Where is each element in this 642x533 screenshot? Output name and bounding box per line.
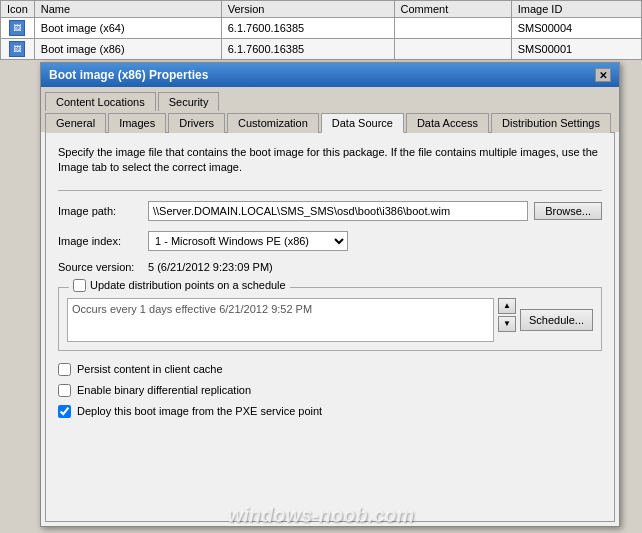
- tab-row-bottom: General Images Drivers Customization Dat…: [45, 112, 615, 132]
- tab-customization[interactable]: Customization: [227, 113, 319, 133]
- pxe-deploy-label: Deploy this boot image from the PXE serv…: [77, 405, 322, 417]
- row-imageid: SMS00001: [511, 39, 641, 60]
- col-name: Name: [34, 1, 221, 18]
- persist-cache-label: Persist content in client cache: [77, 363, 223, 375]
- row-comment: [394, 18, 511, 39]
- tab-data-source[interactable]: Data Source: [321, 113, 404, 133]
- row-imageid: SMS00004: [511, 18, 641, 39]
- persist-cache-row: Persist content in client cache: [58, 363, 602, 376]
- row-icon: 🖼: [1, 18, 35, 39]
- schedule-legend: Update distribution points on a schedule: [69, 279, 290, 292]
- background-file-list: Icon Name Version Comment Image ID 🖼 Boo…: [0, 0, 642, 60]
- pxe-deploy-row: Deploy this boot image from the PXE serv…: [58, 405, 602, 418]
- dialog-content: Specify the image file that contains the…: [45, 132, 615, 522]
- tab-content-locations[interactable]: Content Locations: [45, 92, 156, 111]
- col-imageid: Image ID: [511, 1, 641, 18]
- table-row[interactable]: 🖼 Boot image (x64) 6.1.7600.16385 SMS000…: [1, 18, 642, 39]
- persist-cache-checkbox[interactable]: [58, 363, 71, 376]
- image-index-label: Image index:: [58, 235, 148, 247]
- col-comment: Comment: [394, 1, 511, 18]
- source-version-value: 5 (6/21/2012 9:23:09 PM): [148, 261, 602, 273]
- tabs-row-1: Content Locations Security General Image…: [41, 87, 619, 132]
- dialog-title: Boot image (x86) Properties: [49, 68, 208, 82]
- binary-diff-label: Enable binary differential replication: [77, 384, 251, 396]
- table-row[interactable]: 🖼 Boot image (x86) 6.1.7600.16385 SMS000…: [1, 39, 642, 60]
- close-button[interactable]: ✕: [595, 68, 611, 82]
- divider: [58, 190, 602, 191]
- tab-row-top: Content Locations Security: [45, 91, 615, 110]
- row-name: Boot image (x86): [34, 39, 221, 60]
- scroll-up-button[interactable]: ▲: [498, 298, 516, 314]
- tab-images[interactable]: Images: [108, 113, 166, 133]
- tab-data-access[interactable]: Data Access: [406, 113, 489, 133]
- row-version: 6.1.7600.16385: [221, 39, 394, 60]
- properties-dialog: Boot image (x86) Properties ✕ Content Lo…: [40, 62, 620, 527]
- image-path-row: Image path: Browse...: [58, 201, 602, 221]
- col-version: Version: [221, 1, 394, 18]
- col-icon: Icon: [1, 1, 35, 18]
- tab-distribution-settings[interactable]: Distribution Settings: [491, 113, 611, 133]
- tab-security[interactable]: Security: [158, 92, 220, 111]
- tab-general[interactable]: General: [45, 113, 106, 133]
- schedule-button[interactable]: Schedule...: [520, 309, 593, 331]
- row-version: 6.1.7600.16385: [221, 18, 394, 39]
- schedule-content: Occurs every 1 days effective 6/21/2012 …: [67, 298, 593, 342]
- row-name: Boot image (x64): [34, 18, 221, 39]
- info-text: Specify the image file that contains the…: [58, 145, 602, 176]
- pxe-deploy-checkbox[interactable]: [58, 405, 71, 418]
- scroll-down-button[interactable]: ▼: [498, 316, 516, 332]
- image-index-select[interactable]: 1 - Microsoft Windows PE (x86): [148, 231, 348, 251]
- schedule-group: Update distribution points on a schedule…: [58, 287, 602, 351]
- tab-drivers[interactable]: Drivers: [168, 113, 225, 133]
- dialog-titlebar: Boot image (x86) Properties ✕: [41, 63, 619, 87]
- schedule-label: Update distribution points on a schedule: [90, 279, 286, 291]
- schedule-checkbox[interactable]: [73, 279, 86, 292]
- schedule-text: Occurs every 1 days effective 6/21/2012 …: [67, 298, 494, 342]
- binary-diff-checkbox[interactable]: [58, 384, 71, 397]
- schedule-arrows: ▲ ▼: [498, 298, 516, 334]
- binary-diff-row: Enable binary differential replication: [58, 384, 602, 397]
- image-path-label: Image path:: [58, 205, 148, 217]
- source-version-row: Source version: 5 (6/21/2012 9:23:09 PM): [58, 261, 602, 273]
- image-index-row: Image index: 1 - Microsoft Windows PE (x…: [58, 231, 602, 251]
- image-path-input[interactable]: [148, 201, 528, 221]
- row-icon: 🖼: [1, 39, 35, 60]
- source-version-label: Source version:: [58, 261, 148, 273]
- browse-button[interactable]: Browse...: [534, 202, 602, 220]
- row-comment: [394, 39, 511, 60]
